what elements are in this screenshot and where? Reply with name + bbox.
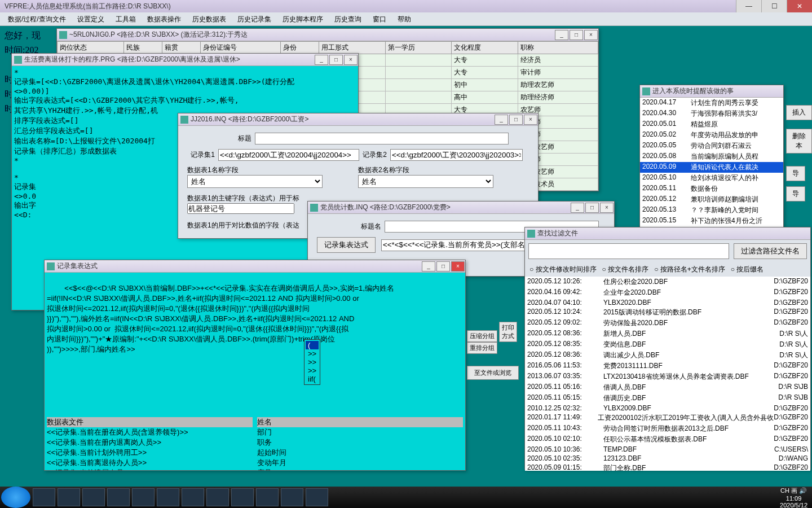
reminder-row[interactable]: 2020.05.02年度劳动用品发放的申 [640,130,783,141]
minimize-button[interactable]: _ [571,203,584,213]
taskbar-icon[interactable] [306,488,328,506]
close-button[interactable]: × [600,203,614,213]
menu-item[interactable]: 数据/过程/查询文件 [2,12,72,25]
autocomplete-popup[interactable]: (>>>>>>iif( [304,339,320,385]
import-button[interactable]: 导 [786,186,805,202]
reminder-row[interactable]: 2020.04.17计划生育的周秀云享受 [640,98,783,108]
file-row[interactable]: 2020.05.10 02:10:任职公示基本情况模板数据表.DBFD:\GZB… [525,434,810,445]
system-tray[interactable]: CH 画 🔊 11:09 2020/5/12 [775,485,812,509]
reminder-row[interactable]: 2020.04.30于海强郭春阳蒋洪实3/ [640,108,783,119]
reminder-row[interactable]: 2020.05.05劳动合同刘群石淑云 [640,141,783,151]
taskbar-icon[interactable] [281,488,303,506]
file-row[interactable]: 2020.04.16 09:42:企业年金2020.DBFD:\GZBF20 [525,287,810,298]
field-list[interactable]: 部门职务起始时间变动年月序号 [257,427,463,470]
datafile-list[interactable]: <<记录集.当前在册在岗人员(含退养领导)>><<记录集.当前在册内退离岗人员>… [47,427,253,470]
reminder-row[interactable]: 2020.05.09通知诉讼代表人在裁决 [640,162,783,173]
file-row[interactable]: 2020.01.17 11:49:工资20200102沂水职工2019年工资收入… [525,413,810,423]
close-button[interactable]: × [584,30,598,40]
taskbar-icon[interactable] [132,488,155,506]
sort-radio[interactable]: ○ 按后缀名 [731,265,764,274]
file-row[interactable]: 2020.05.12 10:26:住房公积金2020.DBFD:\GZBF20 [525,277,810,287]
list-item[interactable]: <<记录集.当前离退待办人员>> [47,458,253,468]
minimize-button[interactable]: _ [555,30,568,40]
file-row[interactable]: 2020.05.11 10:43:劳动合同签订时所用数据表2013之后.DBFD… [525,423,810,434]
reorder-button[interactable]: 重排分组 [467,342,497,354]
reminder-row[interactable]: 2020.05.12兼职培训师赵鹏编培训 [640,194,783,205]
delete-button[interactable]: 删除本 [786,129,812,154]
file-row[interactable]: 2020.05.10 02:35:123123.DBFD:\WANG [525,454,810,463]
list-item[interactable]: 部门 [257,427,463,437]
menu-item[interactable]: 设置定义 [72,12,110,25]
file-row[interactable]: 2013.06.07 03:35:LTX20130418省统筹退休人员养老金调资… [525,371,810,382]
minimize-button[interactable]: _ [315,55,328,65]
file-row[interactable]: 2020.05.12 08:36:调出减少人员.DBFD:\R S\人 [525,350,810,361]
title-input[interactable] [255,133,509,144]
taskbar-icon[interactable] [82,488,105,506]
taskbar-icon[interactable] [107,488,130,506]
compress-button[interactable]: 压缩分组 [467,330,497,342]
sort-radio[interactable]: ○ 按路径名+文件名排序 [654,265,725,274]
taskbar-icon[interactable] [58,488,80,506]
file-row[interactable]: 2020.05.12 10:24:2015版调动转移证明的数据.DBFD:\GZ… [525,307,810,318]
print-button[interactable]: 打印 方式 [499,322,517,342]
menu-item[interactable]: 数据表操作 [142,12,187,25]
minimize-button[interactable]: _ [495,115,508,125]
maximize-button[interactable]: □ [585,203,599,213]
expr-button[interactable]: 记录集表达式 [317,237,376,253]
maximize-button[interactable]: □ [436,261,450,271]
list-item[interactable]: 职务 [257,437,463,448]
close-button[interactable]: × [451,261,465,271]
key-input[interactable] [187,203,294,214]
set1-input[interactable] [218,149,359,161]
file-row[interactable]: 2020.05.12 08:35:变岗信息.DBFD:\R S\人 [525,339,810,350]
expression-editor[interactable]: <<$<<@<<D:\R S\JBXX\当前编制.DBF>>+<<*<<记录集.… [45,273,465,415]
menu-item[interactable]: 历史脚本程序 [277,12,329,25]
to-file-button[interactable]: 至文件或浏览 [467,366,519,380]
filter-input[interactable] [528,243,729,259]
list-item[interactable]: <<记录集.当前遗属人员>> [47,468,253,470]
list-item[interactable]: <<记录集.当前计划外聘用工>> [47,448,253,458]
taskbar-icon[interactable] [206,488,229,506]
menu-item[interactable]: 历史记录集 [232,12,277,25]
close-button[interactable]: ✕ [787,0,812,12]
list-item[interactable]: <<记录集.当前在册内退离岗人员>> [47,437,253,448]
list-item[interactable]: 序号 [257,468,463,470]
insert-button[interactable]: 插入 [786,105,812,120]
taskbar-icon[interactable] [157,488,179,506]
taskbar-icon[interactable] [231,488,254,506]
reminder-row[interactable]: 2020.05.11数据备份 [640,183,783,194]
name2-select[interactable]: 姓名 [358,175,493,188]
file-row[interactable]: 2020.05.11 05:16:借调人员.DBFD:\R S\JB [525,382,810,393]
maximize-button[interactable]: □ [509,115,523,125]
file-row[interactable]: 2020.05.11 05:15:借调历史.DBFD:\R S\JB [525,393,810,404]
file-list[interactable]: 2020.05.12 10:26:住房公积金2020.DBFD:\GZBF202… [525,277,810,471]
sort-radio[interactable]: ○ 按文件名排序 [602,265,649,274]
reminder-row[interactable]: 2020.05.08当前编制原编制人员程 [640,151,783,162]
taskbar-icon[interactable] [182,488,204,506]
expr-input[interactable] [381,239,528,251]
minimize-button[interactable]: — [736,0,761,12]
reminder-row[interactable]: 2020.05.01精益煜原 [640,119,783,130]
reminder-row[interactable]: 2020.05.10给刘冰填退役军人的补 [640,173,783,183]
menu-item[interactable]: 工具箱 [110,12,142,25]
taskbar-icon[interactable] [256,488,279,506]
set2-input[interactable] [390,149,523,161]
sort-radio[interactable]: ○ 按文件修改时间排序 [529,265,597,274]
taskbar-icon[interactable] [33,488,55,506]
file-row[interactable]: 2010.12.25 02:32:YLBX2009.DBFD:\GZBF20 [525,404,810,413]
menu-item[interactable]: 历史查询 [329,12,367,25]
menu-item[interactable]: 历史数据表 [187,12,232,25]
list-item[interactable]: <<记录集.当前在册在岗人员(含退养领导)>> [47,427,253,437]
file-row[interactable]: 2020.05.10 10:36:TEMP.DBFC:\USERS\ [525,445,810,454]
file-row[interactable]: 2020.05.09 01:15:部门全称.DBFD:\GZBF20 [525,463,810,471]
close-button[interactable]: × [524,115,537,125]
list-item[interactable]: 变动年月 [257,458,463,468]
maximize-button[interactable]: □ [329,55,343,65]
filter-button[interactable]: 过滤含路径文件名 [734,243,807,259]
start-button[interactable] [1,487,30,508]
file-row[interactable]: 2020.05.12 08:36:新增人员.DBFD:\R S\人 [525,329,810,339]
menu-item[interactable]: 帮助 [392,12,417,25]
list-item[interactable]: 起始时间 [257,448,463,458]
menu-item[interactable]: 窗口 [367,12,392,25]
close-button[interactable]: × [344,55,358,65]
